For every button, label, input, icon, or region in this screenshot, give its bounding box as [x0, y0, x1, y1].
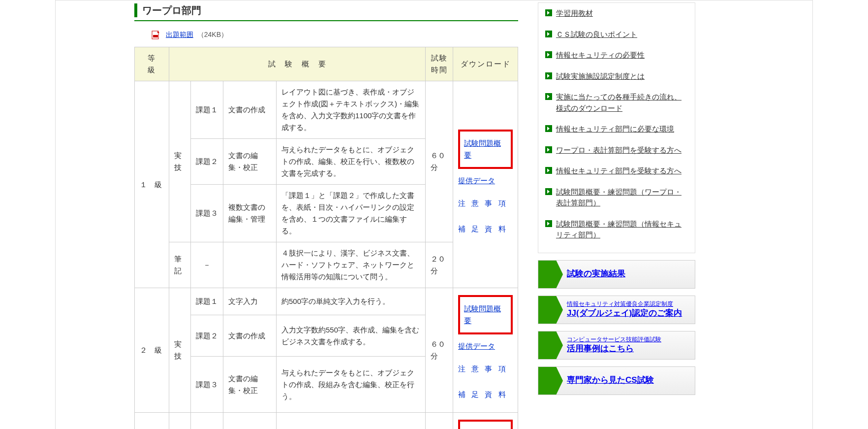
banner-arrow-icon [538, 260, 556, 289]
arrow-icon [545, 93, 552, 100]
arrow-icon [545, 188, 552, 195]
time-cell: ６０分 [426, 288, 453, 413]
arrow-icon [545, 125, 552, 132]
arrow-icon [545, 220, 552, 227]
banner-label: 試験の実施結果 [562, 268, 625, 279]
sidebar-item: 実施に当たっての各種手続きの流れ、様式のダウンロード [545, 87, 688, 119]
arrow-icon [545, 31, 552, 37]
banner-label: 情報セキュリティ対策優良企業認定制度 JJ(ダブルジェイ)認定のご案内 [562, 300, 682, 319]
banner-label: 専門家から見たCS試験 [562, 375, 654, 386]
sidebar-link[interactable]: 試験問題概要・練習問題（情報セキュリティ部門） [556, 219, 688, 241]
dl-supplement: 補 足 資 料 [458, 389, 508, 400]
unit-cell: 文書の編集・校正 [223, 139, 277, 185]
pdf-scope-row: 出題範囲 （24KB） [134, 26, 518, 47]
section-title: ワープロ部門 [142, 4, 201, 17]
th-overview: 試 験 概 要 [169, 47, 426, 81]
dl-supplement: 補 足 資 料 [458, 223, 508, 235]
table-row: １ 級 実技 課題１ 文書の作成 レイアウト図に基づき、表作成・オブジェクト作成… [135, 81, 518, 139]
task-cell: 課題２ [191, 139, 223, 185]
sidebar-item: ＣＳ試験の良いポイント [545, 24, 688, 45]
task-cell: 課題１ [191, 413, 223, 429]
desc-cell: 約500字の単純文字入力を行う。 [277, 288, 426, 315]
task-cell: 課題３ [191, 357, 223, 413]
desc-cell: 入力文字数約550字、表作成、編集を含むビジネス文書を作成する。 [277, 315, 426, 357]
sidebar-item: ワープロ・表計算部門を受験する方へ [545, 140, 688, 161]
pdf-size: （24KB） [197, 31, 228, 38]
dl-data-link[interactable]: 提供データ [458, 340, 495, 352]
unit-cell: 文字入力 [223, 288, 277, 315]
desc-cell: レイアウト図に基づき、表作成・オブジェクト作成(図＋テキストボックス)・編集を含… [277, 81, 426, 139]
banner-main: 活用事例はこちら [567, 344, 634, 353]
sidebar-link[interactable]: 実施に当たっての各種手続きの流れ、様式のダウンロード [556, 92, 688, 114]
exam-overview-table: 等 級 試 験 概 要 試験時間 ダウンロード １ 級 実技 課題１ 文書の作成… [134, 47, 518, 429]
grade-cell: １ 級 [135, 81, 169, 288]
svg-rect-1 [153, 35, 158, 37]
sidebar-link[interactable]: ＣＳ試験の良いポイント [556, 29, 637, 40]
unit-cell: 複数文書の編集・管理 [223, 185, 277, 242]
unit-cell: 文字入力 [223, 413, 277, 429]
download-cell: 試験問題概要 [453, 413, 518, 429]
unit-cell: 文書の編集・校正 [223, 357, 277, 413]
grade-cell: ２ 級 [135, 288, 169, 413]
th-grade: 等 級 [135, 47, 169, 81]
type-cell: 筆記 [169, 242, 191, 288]
sidebar-link[interactable]: ワープロ・表計算部門を受験する方へ [556, 145, 682, 156]
grade-cell [135, 413, 169, 429]
dl-data-link[interactable]: 提供データ [458, 175, 495, 187]
th-time: 試験時間 [426, 47, 453, 81]
pdf-icon [151, 30, 161, 40]
dl-overview-link[interactable]: 試験問題概要 [464, 303, 507, 327]
sidebar-link[interactable]: 情報セキュリティ部門を受験する方へ [556, 165, 682, 177]
table-row: 課題１ 文字入力 約350字の単純文字入力を行う。 試験問題概要 [135, 413, 518, 429]
unit-cell [223, 242, 277, 288]
highlight-box: 試験問題概要 [458, 130, 513, 169]
banner-results[interactable]: 試験の実施結果 [538, 260, 695, 289]
download-cell: 試験問題概要 提供データ 注 意 事 項 補 足 資 料 [453, 288, 518, 413]
th-download: ダウンロード [453, 47, 518, 81]
table-header-row: 等 級 試 験 概 要 試験時間 ダウンロード [135, 47, 518, 81]
sidebar-item: 試験問題概要・練習問題（情報セキュリティ部門） [545, 214, 688, 246]
table-row: ２ 級 実技 課題１ 文字入力 約500字の単純文字入力を行う。 ６０分 試験問… [135, 288, 518, 315]
banner-label: コンピュータサービス技能評価試験 活用事例はこちら [562, 336, 661, 355]
desc-cell: 与えられたデータをもとに、オブジェクトの作成、段組みを含む編集、校正を行う。 [277, 357, 426, 413]
sidebar-item: 情報セキュリティの必要性 [545, 45, 688, 66]
banner-jj[interactable]: 情報セキュリティ対策優良企業認定制度 JJ(ダブルジェイ)認定のご案内 [538, 296, 695, 324]
banner-usecases[interactable]: コンピュータサービス技能評価試験 活用事例はこちら [538, 331, 695, 360]
time-cell: ６０分 [426, 81, 453, 242]
sidebar-link[interactable]: 試験問題概要・練習問題（ワープロ・表計算部門） [556, 187, 688, 209]
type-cell [169, 413, 191, 429]
dl-notice: 注 意 事 項 [458, 198, 508, 209]
sidebar-link[interactable]: 情報セキュリティ部門に必要な環境 [556, 124, 674, 135]
sidebar-link[interactable]: 学習用教材 [556, 8, 593, 19]
arrow-icon [545, 146, 552, 153]
banner-experts[interactable]: 専門家から見たCS試験 [538, 366, 695, 395]
dl-notice: 注 意 事 項 [458, 363, 508, 375]
pdf-scope-link[interactable]: 出題範囲 [166, 31, 193, 38]
dl-overview-link[interactable]: 試験問題概要 [464, 137, 507, 161]
sidebar-item: 試験問題概要・練習問題（ワープロ・表計算部門） [545, 182, 688, 214]
task-cell: 課題１ [191, 81, 223, 139]
desc-cell: ４肢択一により、漢字、ビジネス文書、ハード・ソフトウェア、ネットワークと情報活用… [277, 242, 426, 288]
sidebar-link-list: 学習用教材 ＣＳ試験の良いポイント 情報セキュリティの必要性 試験実施施設認定制… [538, 2, 695, 253]
section-header: ワープロ部門 [134, 0, 518, 21]
banner-main: JJ(ダブルジェイ)認定のご案内 [567, 308, 682, 318]
desc-cell: 約350字の単純文字入力を行う。 [277, 413, 426, 429]
unit-cell: 文書の作成 [223, 81, 277, 139]
arrow-icon [545, 72, 552, 79]
banner-arrow-icon [538, 366, 556, 395]
sidebar-link[interactable]: 試験実施施設認定制度とは [556, 71, 645, 82]
banner-arrow-icon [538, 331, 556, 360]
banner-small: 情報セキュリティ対策優良企業認定制度 [567, 300, 682, 308]
task-cell: 課題１ [191, 288, 223, 315]
download-cell: 試験問題概要 提供データ 注 意 事 項 補 足 資 料 [453, 81, 518, 288]
desc-cell: 与えられたデータをもとに、オブジェクトの作成、編集、校正を行い、複数枚の文書を完… [277, 139, 426, 185]
arrow-icon [545, 167, 552, 174]
time-cell: ２０分 [426, 242, 453, 288]
desc-cell: 「課題１」と「課題２」で作成した文書を、表紙・目次・ハイパーリンクの設定を含め、… [277, 185, 426, 242]
banner-small: コンピュータサービス技能評価試験 [567, 336, 661, 344]
sidebar-link[interactable]: 情報セキュリティの必要性 [556, 50, 645, 61]
time-cell [426, 413, 453, 429]
type-cell: 実技 [169, 81, 191, 242]
sidebar-item: 試験実施施設認定制度とは [545, 66, 688, 87]
type-cell: 実技 [169, 288, 191, 413]
